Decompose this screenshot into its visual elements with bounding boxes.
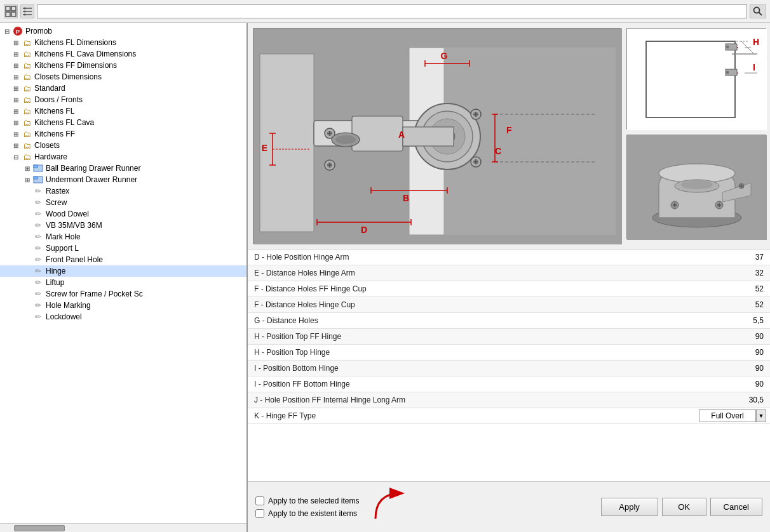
tree-container[interactable]: ⊟ P Promob ⊞ 🗂 Kitchens FL Dimensions ⊞ xyxy=(0,23,247,523)
tree-item-liftup[interactable]: ✏ Liftup xyxy=(0,277,247,288)
tree-item-closets[interactable]: ⊞ 🗂 Closets xyxy=(0,140,247,151)
tree-item-lockdowel[interactable]: ✏ Lockdowel xyxy=(0,311,247,323)
leaf-icon-rastex: ✏ xyxy=(33,186,43,196)
svg-rect-23 xyxy=(352,116,403,151)
toggle-kitchens-ff-dim[interactable]: ⊞ xyxy=(11,61,20,70)
hinge-3d-diagram xyxy=(626,135,766,239)
property-label: E - Distance Holes Hinge Arm xyxy=(248,265,606,281)
leaf-icon-support-l: ✏ xyxy=(33,243,43,253)
toggle-ball-bearing[interactable]: ⊞ xyxy=(23,164,32,173)
checkbox-row-existent[interactable]: Apply to the existent items xyxy=(255,509,359,518)
toggle-kitchens-fl-cava-dim[interactable]: ⊞ xyxy=(11,50,20,58)
tree-item-kitchens-ff[interactable]: ⊞ 🗂 Kitchens FF xyxy=(0,128,247,140)
property-value: 90 xyxy=(606,361,770,376)
toggle-undermont[interactable]: ⊞ xyxy=(23,175,32,184)
hi-diagram-svg: H I xyxy=(627,29,767,130)
label-doors-fronts: Doors / Fronts xyxy=(33,95,83,104)
svg-text:I: I xyxy=(753,62,755,72)
diagram-side: H I xyxy=(626,28,766,244)
dropdown-value[interactable]: Full Overl xyxy=(699,409,756,422)
buttons-area: Apply OK Cancel xyxy=(601,498,762,516)
subfolder-icon-1 xyxy=(33,163,43,173)
hinge-3d-svg xyxy=(627,135,767,240)
label-rastex: Rastex xyxy=(44,187,69,196)
checkbox-row-selected[interactable]: Apply to the selected items xyxy=(255,496,359,505)
arrow-indicator-container xyxy=(369,487,407,527)
tree-item-kitchens-fl[interactable]: ⊞ 🗂 Kitchens FL xyxy=(0,105,247,117)
tree-item-screw-frame[interactable]: ✏ Screw for Frame / Pocket Sc xyxy=(0,288,247,300)
leaf-icon-hole-marking: ✏ xyxy=(33,300,43,310)
table-row: F - Distance Holes FF Hinge Cup52 xyxy=(248,281,770,297)
toggle-kitchens-ff[interactable]: ⊞ xyxy=(11,130,20,138)
property-value: 37 xyxy=(606,249,770,265)
tree-item-hardware[interactable]: ⊟ 🗂 Hardware xyxy=(0,151,247,163)
tree-item-closets-dim[interactable]: ⊞ 🗂 Closets Dimensions xyxy=(0,71,247,83)
cancel-button[interactable]: Cancel xyxy=(710,498,762,516)
search-input[interactable] xyxy=(37,4,747,18)
toggle-doors-fronts[interactable]: ⊞ xyxy=(11,95,20,104)
tree-item-kitchens-fl-dim[interactable]: ⊞ 🗂 Kitchens FL Dimensions xyxy=(0,37,247,48)
property-value: 32 xyxy=(606,265,770,281)
tree-item-rastex[interactable]: ✏ Rastex xyxy=(0,185,247,197)
toggle-kitchens-fl[interactable]: ⊞ xyxy=(11,107,20,116)
label-front-panel-hole: Front Panel Hole xyxy=(44,255,103,264)
svg-text:H: H xyxy=(753,37,759,47)
tree-item-mark-hole[interactable]: ✏ Mark Hole xyxy=(0,231,247,243)
tree-item-vb35[interactable]: ✏ VB 35M/VB 36M xyxy=(0,220,247,231)
label-kitchens-fl-cava: Kitchens FL Cava xyxy=(33,118,94,127)
toggle-closets[interactable]: ⊞ xyxy=(11,141,20,150)
leaf-icon-vb35: ✏ xyxy=(33,220,43,230)
svg-point-88 xyxy=(726,71,729,74)
leaf-icon-liftup: ✏ xyxy=(33,277,43,288)
tree-item-wood-dowel[interactable]: ✏ Wood Dowel xyxy=(0,208,247,220)
svg-rect-17 xyxy=(34,176,37,179)
tree-item-doors-fronts[interactable]: ⊞ 🗂 Doors / Fronts xyxy=(0,94,247,105)
tree-horizontal-scrollbar[interactable] xyxy=(0,523,247,532)
tree-item-front-panel-hole[interactable]: ✏ Front Panel Hole xyxy=(0,254,247,265)
toolbar-icon-2[interactable] xyxy=(20,4,34,18)
ok-button[interactable]: OK xyxy=(662,498,706,516)
tree-hscroll-thumb[interactable] xyxy=(14,525,65,531)
search-button[interactable] xyxy=(750,4,766,18)
tree-item-undermont[interactable]: ⊞ Undermont Drawer Runner xyxy=(0,174,247,185)
checkbox-existent-items[interactable] xyxy=(255,509,264,518)
svg-line-11 xyxy=(759,12,762,15)
label-mark-hole: Mark Hole xyxy=(44,232,81,241)
table-row: H - Position Top FF Hinge90 xyxy=(248,329,770,345)
folder-icon: 🗂 xyxy=(22,37,32,48)
tree-item-hinge[interactable]: ✏ Hinge xyxy=(0,265,247,277)
svg-point-46 xyxy=(335,135,356,144)
label-screw: Screw xyxy=(44,198,67,207)
hi-dimension-diagram: H I xyxy=(626,28,766,130)
tree-item-kitchens-ff-dim[interactable]: ⊞ 🗂 Kitchens FF Dimensions xyxy=(0,60,247,71)
toggle-hardware[interactable]: ⊟ xyxy=(11,152,20,161)
property-label: I - Position Bottom Hinge xyxy=(248,361,606,376)
property-value[interactable]: Full Overl▼ xyxy=(606,408,770,423)
dropdown-arrow[interactable]: ▼ xyxy=(756,409,766,422)
checkbox-selected-label: Apply to the selected items xyxy=(268,496,359,505)
label-undermont: Undermont Drawer Runner xyxy=(44,175,137,184)
tree-item-kitchens-fl-cava-dim[interactable]: ⊞ 🗂 Kitchens FL Cava Dimensions xyxy=(0,48,247,60)
tree-toggle-root[interactable]: ⊟ xyxy=(3,27,11,36)
toggle-kitchens-fl-cava[interactable]: ⊞ xyxy=(11,118,20,127)
tree-item-hole-marking[interactable]: ✏ Hole Marking xyxy=(0,300,247,311)
toggle-closets-dim[interactable]: ⊞ xyxy=(11,72,20,81)
checkbox-selected-items[interactable] xyxy=(255,496,264,505)
svg-text:F: F xyxy=(506,125,512,135)
tree-item-ball-bearing[interactable]: ⊞ Ball Bearing Drawer Runner xyxy=(0,163,247,174)
toolbar-icon-1[interactable] xyxy=(4,4,18,18)
tree-root[interactable]: ⊟ P Promob xyxy=(0,25,247,37)
table-row: H - Position Top Hinge90 xyxy=(248,345,770,361)
label-hole-marking: Hole Marking xyxy=(44,301,91,310)
tree-item-screw[interactable]: ✏ Screw xyxy=(0,197,247,208)
toggle-kitchens-fl-dim[interactable]: ⊞ xyxy=(11,38,20,47)
folder-icon-4: 🗂 xyxy=(22,72,32,82)
apply-button[interactable]: Apply xyxy=(601,498,658,516)
tree-item-kitchens-fl-cava[interactable]: ⊞ 🗂 Kitchens FL Cava xyxy=(0,117,247,128)
tree-item-support-l[interactable]: ✏ Support L xyxy=(0,243,247,254)
toggle-standard[interactable]: ⊞ xyxy=(11,84,20,93)
leaf-icon-mark-hole: ✏ xyxy=(33,232,43,242)
svg-point-10 xyxy=(754,7,760,13)
tree-item-standard[interactable]: ⊞ 🗂 Standard xyxy=(0,83,247,94)
table-row: F - Distance Holes Hinge Cup52 xyxy=(248,297,770,313)
